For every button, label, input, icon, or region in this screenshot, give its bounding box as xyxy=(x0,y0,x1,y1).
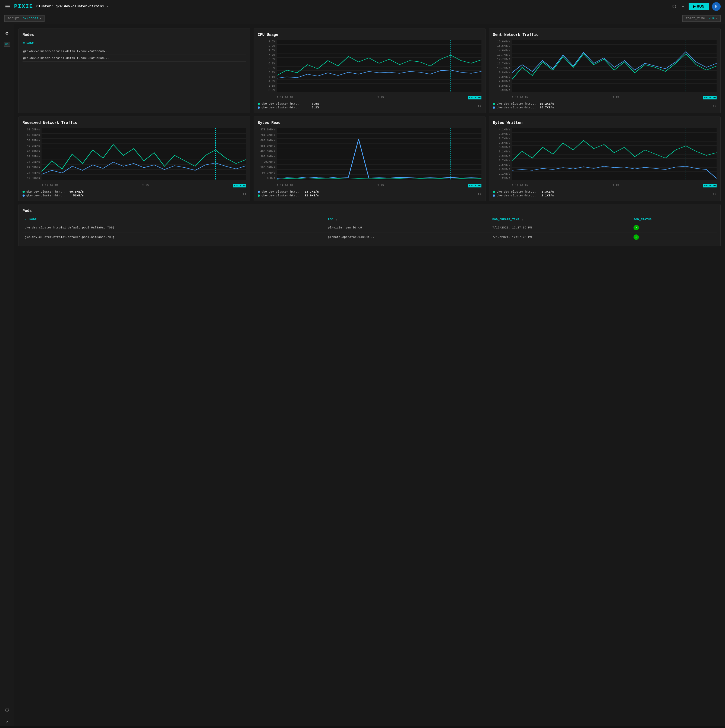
filter-icon[interactable]: ≡ xyxy=(23,41,25,46)
start-time-label: start_time: xyxy=(685,17,707,20)
hamburger-menu[interactable] xyxy=(5,4,11,9)
sent-chart-area xyxy=(512,40,717,92)
bytes-written-legend-dot-1 xyxy=(493,191,495,193)
recv-chart-area xyxy=(41,128,246,180)
bytes-read-legend-row-1: gke-dev-cluster-htr... 23.7KB/s xyxy=(258,190,319,193)
cpu-legend-next[interactable]: › xyxy=(480,104,481,108)
bytes-read-legend-prev[interactable]: ‹ xyxy=(478,191,479,196)
pods-col-pod[interactable]: POD ↑ xyxy=(326,216,490,223)
bytes-read-chart-area xyxy=(277,128,481,180)
bytes-read-legend-dot-1 xyxy=(258,191,260,193)
bytes-written-panel: Bytes Written 4.1KB/s3.9KB/s3.7KB/s3.5KB… xyxy=(489,116,720,201)
pod-node-2: gke-dev-cluster-htroisi-default-pool-6af… xyxy=(23,232,326,242)
external-link-icon[interactable]: ⬡ xyxy=(671,3,677,10)
namespace-badge[interactable]: ns xyxy=(4,42,10,47)
node-sort-icon[interactable]: ↑ xyxy=(39,218,41,221)
start-time-dropdown-icon: ▾ xyxy=(716,17,718,20)
sent-network-chart-container: 16.6KB/s15.6KB/s14.6KB/s13.7KB/s 12.7KB/… xyxy=(493,40,717,100)
sent-legend-row-2: gke-dev-cluster-htr... 15.7KB/s xyxy=(493,106,554,109)
recv-legend-next[interactable]: › xyxy=(245,191,246,196)
sent-network-panel: Sent Network Traffic 16.6KB/s15.6KB/s14.… xyxy=(489,29,720,113)
nodes-panel: Nodes ≡ NODE ↑ gke-dev-cluster-htroisi-d… xyxy=(18,29,250,113)
node-row-2[interactable]: gke-dev-cluster-htroisi-default-pool-6af… xyxy=(23,55,246,62)
sent-network-title: Sent Network Traffic xyxy=(493,33,717,37)
cpu-time-badge: 02:15:20 xyxy=(468,96,481,99)
pods-row-1[interactable]: gke-dev-cluster-htroisi-default-pool-6af… xyxy=(23,223,717,232)
bytes-read-panel: Bytes Read 878.9KB/s781.3KB/s683.6KB/s58… xyxy=(253,116,485,201)
cpu-legend-prev[interactable]: ‹ xyxy=(478,104,479,108)
bottom-card-grid: Received Network Traffic 63.5KB/s58.6KB/… xyxy=(18,116,720,201)
nodes-table: ≡ NODE ↑ gke-dev-cluster-htroisi-default… xyxy=(23,40,246,62)
node-row-1[interactable]: gke-dev-cluster-htroisi-default-pool-6af… xyxy=(23,48,246,55)
toolbar: script: px/nodes ▾ start_time: -5m ▾ xyxy=(0,13,725,24)
run-button[interactable]: ▶ RUN xyxy=(688,3,709,10)
main-content: Nodes ≡ NODE ↑ gke-dev-cluster-htroisi-d… xyxy=(14,24,725,726)
pods-title: Pods xyxy=(23,209,717,213)
nodes-table-header: ≡ NODE ↑ xyxy=(23,40,246,47)
recv-network-title: Received Network Traffic xyxy=(23,121,246,125)
bytes-read-time-badge: 02:15:20 xyxy=(468,184,481,187)
status-sort-icon[interactable]: ↑ xyxy=(654,218,656,221)
sent-legend-row-1: gke-dev-cluster-htr... 10.2KB/s xyxy=(493,102,554,106)
bytes-read-legend: gke-dev-cluster-htr... 23.7KB/s gke-dev-… xyxy=(258,190,481,197)
status-badge-ok-1: ✓ xyxy=(633,225,639,230)
cpu-legend-row-2: gke-dev-cluster-htr... 5.2% xyxy=(258,106,319,109)
recv-legend-row-1: gke-dev-cluster-htr... 49.8KB/s xyxy=(23,190,84,193)
cpu-title: CPU Usage xyxy=(258,33,481,37)
info-icon[interactable]: ⓘ xyxy=(3,706,11,714)
gear-icon[interactable]: ⚙ xyxy=(4,29,10,38)
cpu-legend-nav: ‹ › xyxy=(478,104,481,108)
nodes-title: Nodes xyxy=(23,33,246,37)
bytes-written-legend-next[interactable]: › xyxy=(715,191,717,196)
pod-status-2: ✓ xyxy=(631,232,717,242)
sent-legend-dot-2 xyxy=(493,107,495,109)
pods-panel: Pods ≡ NODE ↑ POD ↑ POD_ xyxy=(18,205,720,246)
status-badge-ok-2: ✓ xyxy=(633,234,639,240)
recv-x-labels: 2:11:00 PM 2:15 02:15:20 xyxy=(41,184,246,188)
sidebar: ⚙ ns ⓘ ? xyxy=(0,24,14,726)
recv-legend-prev[interactable]: ‹ xyxy=(243,191,244,196)
filter-icon-pods[interactable]: ≡ xyxy=(25,218,27,221)
pod-sort-icon[interactable]: ↑ xyxy=(336,218,337,221)
cpu-legend: gke-dev-cluster-htr... 7.5% gke-dev-clus… xyxy=(258,102,481,109)
cpu-chart-area xyxy=(277,40,481,92)
sent-legend-nav: ‹ › xyxy=(713,104,717,108)
pods-col-create-time[interactable]: POD_CREATE_TIME ↑ xyxy=(490,216,631,223)
recv-legend: gke-dev-cluster-htr... 49.8KB/s gke-dev-… xyxy=(23,190,246,197)
bytes-read-x-labels: 2:11:00 PM 2:15 02:15:20 xyxy=(277,184,481,188)
sent-legend-next[interactable]: › xyxy=(715,104,717,108)
bytes-written-chart-area xyxy=(512,128,717,180)
bytes-written-time-badge: 02:15:20 xyxy=(703,184,717,187)
add-icon[interactable]: + xyxy=(681,3,685,10)
recv-legend-dot-2 xyxy=(23,194,25,197)
recv-chart-container: 63.5KB/s58.6KB/s53.7KB/s48.8KB/s 43.9KB/… xyxy=(23,128,246,188)
help-icon[interactable]: ? xyxy=(4,719,9,726)
cpu-legend-dot-2 xyxy=(258,107,260,109)
pods-col-status[interactable]: POD_STATUS ↑ xyxy=(631,216,717,223)
bytes-read-legend-row-2: gke-dev-cluster-htr... 32.9KB/s xyxy=(258,194,319,197)
recv-legend-dot-1 xyxy=(23,191,25,193)
avatar[interactable]: H xyxy=(712,2,720,11)
recv-y-axis: 63.5KB/s58.6KB/s53.7KB/s48.8KB/s 43.9KB/… xyxy=(23,128,41,180)
bytes-written-x-labels: 2:11:00 PM 2:15 02:15:20 xyxy=(512,184,717,188)
pods-col-node[interactable]: ≡ NODE ↑ xyxy=(23,216,326,223)
layout: ⚙ ns ⓘ ? Nodes ≡ NODE ↑ gke-dev-cluster-… xyxy=(0,24,725,726)
bytes-read-title: Bytes Read xyxy=(258,121,481,125)
script-selector[interactable]: script: px/nodes ▾ xyxy=(5,15,44,22)
sent-y-axis: 16.6KB/s15.6KB/s14.6KB/s13.7KB/s 12.7KB/… xyxy=(493,40,512,92)
pod-status-1: ✓ xyxy=(631,223,717,232)
pods-row-2[interactable]: gke-dev-cluster-htroisi-default-pool-6af… xyxy=(23,232,717,242)
sort-icon[interactable]: ↑ xyxy=(35,42,37,45)
start-time-selector[interactable]: start_time: -5m ▾ xyxy=(682,15,720,22)
bytes-read-legend-next[interactable]: › xyxy=(480,191,481,196)
cpu-panel: CPU Usage 8.5%8.0%7.5%7.0% 6.5%6.0%5.5%5… xyxy=(253,29,485,113)
cluster-dropdown-icon[interactable]: ▾ xyxy=(107,5,108,8)
create-time-sort-icon[interactable]: ↑ xyxy=(522,218,524,221)
sent-legend-prev[interactable]: ‹ xyxy=(713,104,714,108)
cpu-x-labels: 2:11:00 PM 2:15 02:15:20 xyxy=(277,96,481,100)
script-prefix: script: xyxy=(7,17,21,20)
bytes-written-legend-prev[interactable]: ‹ xyxy=(713,191,714,196)
sent-x-labels: 2:11:00 PM 2:15 02:15:20 xyxy=(512,96,717,100)
bytes-written-legend-dot-2 xyxy=(493,194,495,197)
bytes-written-legend: gke-dev-cluster-htr... 3.3KB/s gke-dev-c… xyxy=(493,190,717,197)
